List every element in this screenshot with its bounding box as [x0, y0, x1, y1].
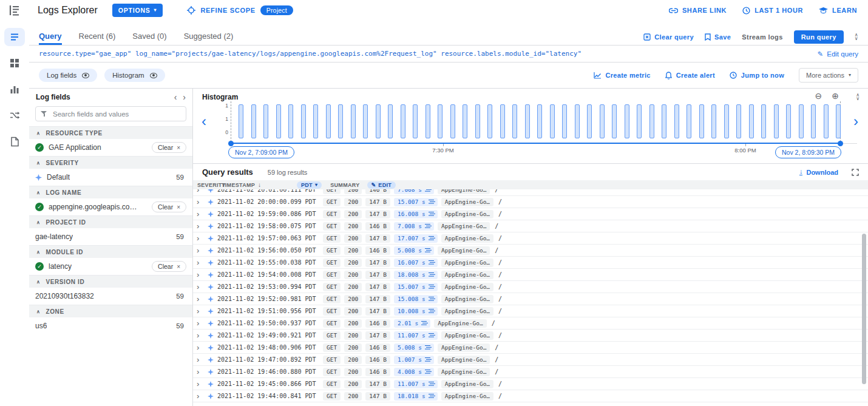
histogram-bar[interactable]	[487, 104, 492, 138]
histogram-bar[interactable]	[500, 104, 505, 138]
expand-chevron-icon[interactable]: ›	[197, 392, 204, 400]
clear-filter-button[interactable]: Clear ×	[152, 201, 186, 212]
create-alert-button[interactable]: Create alert	[665, 72, 715, 80]
field-section-header[interactable]: ∧ MODULE ID	[29, 245, 192, 258]
range-end-chip[interactable]: Nov 2, 8:09:30 PM	[775, 146, 841, 158]
fields-search-input[interactable]	[35, 106, 186, 121]
stream-logs-button[interactable]: Stream logs	[742, 33, 782, 41]
histogram-bar[interactable]	[512, 104, 517, 138]
histogram-bar[interactable]	[537, 104, 542, 138]
field-section-header[interactable]: ∧ RESOURCE TYPE	[29, 126, 192, 139]
table-row[interactable]: › 2021-11-02 19:57:00.063 PDT GET 200 14…	[193, 232, 868, 245]
field-section-header[interactable]: ∧ PROJECT ID	[29, 215, 192, 228]
histogram-bar[interactable]	[575, 104, 580, 138]
histogram-bar[interactable]	[761, 104, 766, 138]
timezone-chip[interactable]: PDT ▾	[297, 181, 322, 189]
histogram-bar[interactable]	[426, 104, 430, 138]
histogram-bar[interactable]	[401, 104, 405, 138]
histogram-bar[interactable]	[799, 104, 804, 138]
field-item[interactable]: Default 59	[29, 169, 192, 186]
histogram-bar[interactable]	[587, 104, 592, 138]
collapse-query-pane-control[interactable]: ∧∨	[855, 33, 858, 41]
expand-chevron-icon[interactable]: ›	[197, 283, 204, 291]
range-start-chip[interactable]: Nov 2, 7:09:00 PM	[228, 146, 294, 158]
histogram-bar[interactable]	[239, 104, 243, 138]
zoom-in-icon[interactable]: ⊕	[832, 91, 839, 101]
histogram-bar[interactable]	[736, 104, 741, 138]
histogram-bar[interactable]	[550, 104, 555, 138]
field-section-header[interactable]: ∧ ZONE	[29, 305, 192, 317]
expand-chevron-icon[interactable]: ›	[197, 368, 204, 376]
histogram-bar[interactable]	[612, 104, 617, 138]
table-row[interactable]: › 2021-11-02 19:45:00.866 PDT GET 200 14…	[193, 378, 868, 390]
histogram-bar[interactable]	[413, 104, 418, 138]
expand-chevron-icon[interactable]: ›	[197, 246, 204, 254]
table-row[interactable]: › 2021-11-02 19:50:00.937 PDT GET 200 14…	[193, 317, 868, 330]
table-row[interactable]: › 2021-11-02 19:53:00.994 PDT GET 200 14…	[193, 281, 868, 293]
histogram-bar[interactable]	[301, 104, 306, 138]
create-metric-button[interactable]: Create metric	[594, 72, 651, 79]
tab-suggested[interactable]: Suggested (2)	[184, 29, 234, 45]
histogram-bar[interactable]	[836, 104, 841, 138]
histogram-bar[interactable]	[338, 104, 343, 138]
expand-chevron-icon[interactable]: ›	[197, 295, 204, 303]
field-item[interactable]: appengine.googleapis.com/requ… Clear ×	[29, 198, 192, 215]
table-row[interactable]: › 2021-11-02 19:48:00.906 PDT GET 200 14…	[193, 342, 868, 354]
field-item[interactable]: gae-latency 59	[29, 228, 192, 245]
expand-chevron-icon[interactable]: ›	[197, 380, 204, 388]
histogram-bar[interactable]	[749, 104, 754, 138]
log-fields-toggle-chip[interactable]: Log fields	[39, 69, 97, 82]
histogram-bar[interactable]	[811, 104, 816, 138]
field-section-header[interactable]: ∧ LOG NAME	[29, 186, 192, 198]
jump-to-now-button[interactable]: Jump to now	[730, 72, 784, 79]
table-row[interactable]: › 2021-11-02 19:54:00.008 PDT GET 200 14…	[193, 269, 868, 281]
table-row[interactable]: › 2021-11-02 19:47:00.892 PDT GET 200 14…	[193, 354, 868, 366]
histogram-bar[interactable]	[276, 104, 281, 138]
expand-chevron-icon[interactable]: ›	[197, 343, 204, 351]
expand-chevron-icon[interactable]: ›	[197, 319, 204, 327]
collapse-left-icon[interactable]: ‹	[174, 92, 177, 102]
sort-descending-icon[interactable]: ↓	[258, 181, 261, 188]
table-row[interactable]: › 2021-11-02 19:46:00.880 PDT GET 200 14…	[193, 366, 868, 378]
histogram-pan-left-button[interactable]: ‹	[202, 114, 206, 129]
refine-scope-button[interactable]: REFINE SCOPE Project	[187, 5, 293, 15]
histogram-pan-right-button[interactable]: ›	[853, 114, 858, 129]
selected-range-line[interactable]	[231, 143, 841, 144]
field-section-header[interactable]: ∧ VERSION ID	[29, 275, 192, 288]
histogram-bar[interactable]	[649, 104, 654, 138]
clear-query-button[interactable]: Clear query	[643, 33, 694, 41]
histogram-bar[interactable]	[463, 104, 467, 138]
run-query-button[interactable]: Run query	[794, 30, 844, 44]
expand-chevron-icon[interactable]: ›	[197, 356, 204, 364]
histogram-bar[interactable]	[251, 104, 256, 138]
cloud-logging-logo[interactable]	[0, 4, 29, 17]
table-row[interactable]: › 2021-11-02 19:52:00.981 PDT GET 200 14…	[193, 293, 868, 305]
more-actions-button[interactable]: More actions ▾	[799, 68, 858, 83]
expand-chevron-icon[interactable]: ›	[197, 307, 204, 315]
table-row[interactable]: › 2021-11-02 19:58:00.075 PDT GET 200 14…	[193, 220, 868, 232]
share-link-button[interactable]: SHARE LINK	[669, 7, 727, 14]
field-item[interactable]: GAE Application Clear ×	[29, 139, 192, 156]
table-row[interactable]: › 2021-11-02 19:56:00.050 PDT GET 200 14…	[193, 245, 868, 257]
tab-recent[interactable]: Recent (6)	[79, 29, 116, 45]
histogram-bar[interactable]	[351, 104, 356, 138]
download-button[interactable]: ↓ Download	[799, 169, 838, 176]
histogram-bar[interactable]	[388, 104, 393, 138]
expand-chevron-icon[interactable]: ›	[197, 198, 204, 206]
histogram-bar[interactable]	[774, 104, 779, 138]
edit-query-button[interactable]: ✎ Edit query	[818, 50, 858, 58]
column-timestamp[interactable]: TIMESTAMP ↓	[222, 181, 297, 188]
rail-item-storage[interactable]	[4, 132, 25, 151]
histogram-bar[interactable]	[662, 104, 666, 138]
tab-query[interactable]: Query	[39, 29, 62, 45]
table-row[interactable]: › 2021-11-02 19:49:00.921 PDT GET 200 14…	[193, 330, 868, 342]
field-item[interactable]: us6 59	[29, 317, 192, 334]
table-row[interactable]: › 2021-11-02 19:59:00.086 PDT GET 200 14…	[193, 208, 868, 220]
learn-button[interactable]: LEARN	[819, 7, 857, 14]
options-button[interactable]: OPTIONS ▾	[112, 4, 163, 17]
clear-filter-button[interactable]: Clear ×	[152, 142, 186, 153]
query-text[interactable]: resource.type="gae_app" log_name="projec…	[39, 50, 581, 58]
histogram-bar[interactable]	[699, 104, 704, 138]
expand-chevron-icon[interactable]: ›	[197, 259, 204, 266]
rail-item-router[interactable]	[4, 106, 25, 124]
